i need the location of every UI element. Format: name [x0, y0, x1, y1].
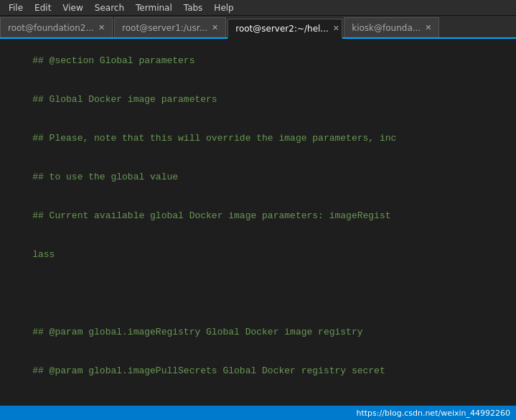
line-4: ## to use the global value [0, 158, 516, 197]
line-7 [0, 274, 516, 313]
menu-search[interactable]: Search [89, 3, 130, 13]
tab-3[interactable]: root@server2:~/hel... ✕ [227, 19, 342, 39]
tab-2-label: root@server1:/usr... [122, 23, 207, 33]
menu-edit[interactable]: Edit [29, 3, 57, 13]
tab-2[interactable]: root@server1:/usr... ✕ [114, 17, 226, 37]
line-1: ## @section Global parameters [0, 42, 516, 80]
line-9-text: ## @param global.imagePullSecrets Global… [32, 365, 390, 376]
tab-3-label: root@server2:~/hel... [235, 24, 329, 34]
menu-view[interactable]: View [57, 3, 88, 13]
terminal-content: ## @section Global parameters ## Global … [0, 39, 516, 406]
line-6-text: lass [32, 249, 55, 260]
tab-1-label: root@foundation2... [8, 23, 94, 33]
line-5-text: ## Current available global Docker image… [32, 210, 390, 221]
menu-file[interactable]: File [3, 3, 29, 13]
tab-2-close[interactable]: ✕ [212, 23, 218, 32]
line-6: lass [0, 235, 516, 274]
tab-3-close[interactable]: ✕ [333, 24, 339, 33]
line-4-text: ## to use the global value [32, 172, 178, 182]
menu-help[interactable]: Help [208, 3, 239, 13]
tabbar: root@foundation2... ✕ root@server1:/usr.… [0, 16, 516, 39]
line-5: ## Current available global Docker image… [0, 197, 516, 235]
tab-1-close[interactable]: ✕ [98, 23, 105, 32]
line-3: ## Please, note that this will override … [0, 119, 516, 158]
line-3-text: ## Please, note that this will override … [32, 133, 396, 144]
menubar: File Edit View Search Terminal Tabs Help [0, 0, 516, 16]
line-8: ## @param global.imageRegistry Global Do… [0, 313, 516, 352]
statusbar: https://blog.csdn.net/weixin_44992260 [0, 406, 516, 420]
line-10: ## @param global.storageClass Global Sto… [0, 391, 516, 406]
tab-1[interactable]: root@foundation2... ✕ [0, 17, 113, 37]
tab-4[interactable]: kiosk@founda... ✕ [344, 17, 439, 37]
line-2-text: ## Global Docker image parameters [32, 94, 217, 105]
line-1-text: ## @section Global parameters [32, 55, 194, 66]
tab-4-close[interactable]: ✕ [425, 23, 431, 32]
tab-4-label: kiosk@founda... [352, 23, 421, 33]
gutter-7 [27, 287, 32, 300]
menu-tabs[interactable]: Tabs [178, 3, 209, 13]
menu-terminal[interactable]: Terminal [130, 3, 178, 13]
line-8-text: ## @param global.imageRegistry Global Do… [32, 327, 362, 337]
line-2: ## Global Docker image parameters [0, 80, 516, 119]
statusbar-url: https://blog.csdn.net/weixin_44992260 [356, 409, 510, 418]
line-9: ## @param global.imagePullSecrets Global… [0, 352, 516, 391]
